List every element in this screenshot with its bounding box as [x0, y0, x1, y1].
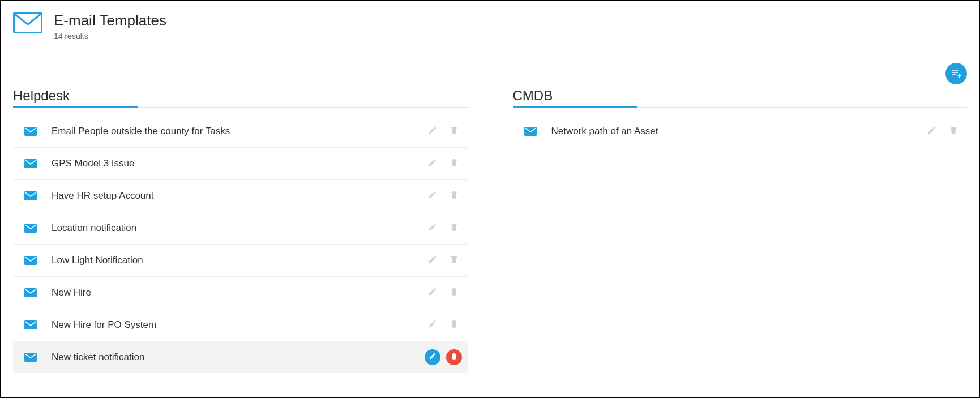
template-label: New Hire — [52, 287, 425, 298]
template-label: Have HR setup Account — [52, 190, 425, 202]
delete-button[interactable] — [446, 317, 462, 333]
pencil-icon — [428, 319, 437, 331]
template-row[interactable]: Low Light Notification — [13, 244, 468, 276]
edit-button[interactable] — [425, 285, 440, 301]
edit-button[interactable] — [425, 317, 440, 333]
envelope-icon — [13, 12, 42, 36]
envelope-solid-icon — [24, 191, 39, 200]
row-actions — [425, 123, 462, 139]
envelope-solid-icon — [24, 288, 39, 297]
template-label: New ticket notification — [52, 352, 425, 363]
delete-button[interactable] — [446, 220, 462, 236]
pencil-icon — [428, 158, 437, 169]
pencil-icon — [927, 126, 936, 137]
edit-button[interactable] — [425, 123, 440, 139]
template-label: Low Light Notification — [52, 255, 425, 266]
helpdesk-list: Email People outside the county for Task… — [13, 115, 468, 373]
row-actions — [425, 253, 462, 268]
delete-button[interactable] — [446, 156, 462, 172]
trash-icon — [450, 190, 459, 202]
pencil-icon — [428, 222, 437, 234]
row-actions — [425, 349, 462, 365]
page-subtitle: 14 results — [54, 32, 166, 41]
template-row[interactable]: Location notification — [13, 212, 468, 244]
template-row[interactable]: New Hire for PO System — [13, 309, 468, 341]
pencil-icon — [428, 126, 437, 137]
edit-button[interactable] — [425, 156, 440, 172]
envelope-solid-icon — [24, 127, 39, 136]
pencil-icon — [428, 255, 437, 266]
trash-icon — [949, 126, 958, 137]
envelope-solid-icon — [24, 159, 39, 168]
template-row[interactable]: GPS Model 3 Issue — [13, 147, 468, 179]
edit-button[interactable] — [425, 220, 440, 236]
row-actions — [924, 123, 961, 139]
template-label: GPS Model 3 Issue — [52, 158, 425, 169]
pencil-icon — [428, 287, 437, 298]
cmdb-column: CMDB Network path of an Asset — [513, 88, 968, 373]
delete-button[interactable] — [446, 188, 462, 204]
trash-icon — [450, 287, 459, 298]
cmdb-list: Network path of an Asset — [513, 115, 968, 147]
section-title-helpdesk: Helpdesk — [13, 88, 468, 108]
edit-button[interactable] — [425, 188, 440, 204]
page-header: E-mail Templates 14 results — [13, 12, 967, 50]
template-label: Location notification — [52, 222, 425, 234]
trash-icon — [450, 158, 459, 169]
trash-icon — [450, 319, 459, 331]
pencil-icon — [429, 352, 436, 362]
page-title: E-mail Templates — [54, 12, 166, 29]
envelope-solid-icon — [24, 320, 39, 329]
row-actions — [425, 156, 462, 172]
trash-icon — [450, 255, 459, 266]
delete-button[interactable] — [446, 349, 462, 365]
envelope-solid-icon — [24, 353, 39, 362]
section-title-cmdb: CMDB — [513, 88, 968, 108]
template-row[interactable]: Network path of an Asset — [513, 115, 968, 147]
template-label: New Hire for PO System — [52, 319, 425, 331]
template-row[interactable]: Have HR setup Account — [13, 179, 468, 212]
envelope-solid-icon — [24, 256, 39, 265]
row-actions — [425, 220, 462, 236]
envelope-solid-icon — [24, 224, 39, 233]
list-add-icon — [951, 67, 962, 80]
edit-button[interactable] — [425, 253, 440, 268]
pencil-icon — [428, 190, 437, 202]
template-row[interactable]: Email People outside the county for Task… — [13, 115, 468, 147]
row-actions — [425, 285, 462, 301]
delete-button[interactable] — [446, 253, 462, 268]
template-row[interactable]: New Hire — [13, 276, 468, 309]
template-label: Email People outside the county for Task… — [52, 126, 425, 137]
template-label: Network path of an Asset — [551, 126, 925, 137]
delete-button[interactable] — [945, 123, 961, 139]
template-row[interactable]: New ticket notification — [13, 341, 468, 373]
delete-button[interactable] — [446, 123, 462, 139]
trash-icon — [450, 126, 459, 137]
edit-button[interactable] — [425, 349, 440, 365]
envelope-solid-icon — [524, 127, 539, 136]
row-actions — [425, 317, 462, 333]
delete-button[interactable] — [446, 285, 462, 301]
edit-button[interactable] — [924, 123, 940, 139]
trash-icon — [450, 352, 458, 362]
row-actions — [425, 188, 462, 204]
helpdesk-column: Helpdesk Email People outside the county… — [13, 88, 468, 373]
add-template-button[interactable] — [945, 63, 967, 84]
trash-icon — [450, 222, 459, 234]
